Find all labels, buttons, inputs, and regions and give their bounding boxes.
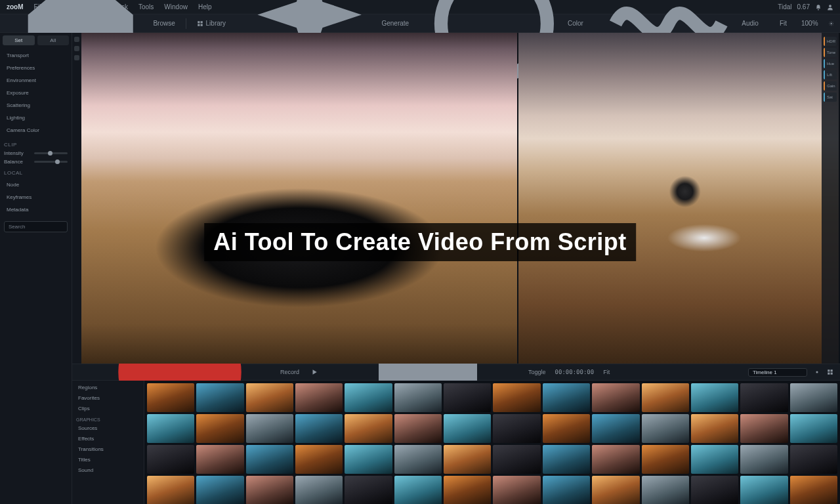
thumbnail[interactable] xyxy=(790,414,837,443)
thumbnail[interactable] xyxy=(196,445,243,474)
toolbar-library[interactable]: Library xyxy=(193,18,230,28)
sidebar-item-lighting[interactable]: Lighting xyxy=(4,113,68,123)
thumbnail[interactable] xyxy=(444,476,491,504)
thumbnail[interactable] xyxy=(246,445,293,474)
timeline-play-button[interactable] xyxy=(308,368,320,377)
timeline-grid-icon[interactable] xyxy=(827,369,833,375)
thumbnail[interactable] xyxy=(394,445,442,474)
thumbnail[interactable] xyxy=(790,476,837,504)
sidebar-item-keyframes[interactable]: Keyframes xyxy=(4,192,68,202)
tl-nav-sources[interactable]: Sources xyxy=(76,424,140,432)
thumbnail[interactable] xyxy=(147,383,194,412)
prop-hdr[interactable]: HDR xyxy=(824,37,837,46)
slider-balance[interactable]: Balance xyxy=(0,158,72,166)
thumbnail[interactable] xyxy=(147,414,194,443)
thumbnail[interactable] xyxy=(394,476,442,504)
tl-nav-sound[interactable]: Sound xyxy=(76,466,140,474)
prop-lift[interactable]: Lift xyxy=(824,70,837,79)
toolbar-zoom[interactable]: 100% xyxy=(797,18,822,28)
prop-hue[interactable]: Hue xyxy=(824,59,837,68)
thumbnail[interactable] xyxy=(444,414,491,443)
tool-mask-icon[interactable] xyxy=(74,55,79,60)
thumbnail[interactable] xyxy=(642,383,689,412)
thumbnail[interactable] xyxy=(740,383,788,412)
bell-icon[interactable] xyxy=(815,4,822,10)
thumbnail[interactable] xyxy=(196,383,243,412)
thumbnail[interactable] xyxy=(543,414,590,443)
thumbnail[interactable] xyxy=(592,476,639,504)
tl-nav-effects[interactable]: Effects xyxy=(76,434,140,443)
preview-viewport-right[interactable]: HDR Tone Hue Lift Gain Sat xyxy=(518,33,839,364)
timeline-name-input[interactable]: Timeline 1 xyxy=(748,368,807,377)
thumbnail-grid-wrap[interactable] xyxy=(144,381,840,504)
prop-tone[interactable]: Tone xyxy=(824,48,837,57)
thumbnail[interactable] xyxy=(691,414,738,443)
thumbnail[interactable] xyxy=(493,445,540,474)
tl-nav-regions[interactable]: Regions xyxy=(76,383,140,392)
thumbnail[interactable] xyxy=(444,383,491,412)
sidebar-tab-all[interactable]: All xyxy=(37,35,70,45)
sidebar-item-environment[interactable]: Environment xyxy=(4,75,68,85)
tool-crop-icon[interactable] xyxy=(74,46,79,51)
thumbnail[interactable] xyxy=(493,476,540,504)
sidebar-item-scattering[interactable]: Scattering xyxy=(4,100,68,110)
prop-sat[interactable]: Sat xyxy=(824,93,837,102)
thumbnail[interactable] xyxy=(642,445,689,474)
thumbnail[interactable] xyxy=(543,445,590,474)
menu-help[interactable]: Help xyxy=(198,3,212,10)
tl-nav-clips[interactable]: Clips xyxy=(76,404,140,413)
tl-nav-transitions[interactable]: Transitions xyxy=(76,445,140,453)
thumbnail[interactable] xyxy=(740,476,788,504)
thumbnail[interactable] xyxy=(691,476,738,504)
thumbnail[interactable] xyxy=(345,383,392,412)
thumbnail[interactable] xyxy=(740,414,788,443)
thumbnail[interactable] xyxy=(691,445,738,474)
thumbnail[interactable] xyxy=(493,383,540,412)
thumbnail[interactable] xyxy=(493,414,540,443)
thumbnail[interactable] xyxy=(592,414,639,443)
sidebar-item-preferences[interactable]: Preferences xyxy=(4,63,68,73)
thumbnail[interactable] xyxy=(147,445,194,474)
thumbnail[interactable] xyxy=(394,414,442,443)
thumbnail[interactable] xyxy=(790,383,837,412)
tool-pointer-icon[interactable] xyxy=(74,37,79,42)
sidebar-search[interactable]: Search xyxy=(4,221,68,232)
timeline-fit-button[interactable]: Fit xyxy=(600,368,612,377)
thumbnail[interactable] xyxy=(295,414,343,443)
thumbnail[interactable] xyxy=(543,476,590,504)
thumbnail[interactable] xyxy=(790,445,837,474)
gear-icon[interactable] xyxy=(829,20,833,27)
slider-intensity[interactable]: Intensity xyxy=(0,149,72,158)
sidebar-tab-set[interactable]: Set xyxy=(3,35,35,45)
prop-gain[interactable]: Gain xyxy=(824,81,837,91)
thumbnail[interactable] xyxy=(543,383,590,412)
thumbnail[interactable] xyxy=(295,383,343,412)
thumbnail[interactable] xyxy=(196,414,243,443)
thumbnail[interactable] xyxy=(246,476,293,504)
sidebar-item-transport[interactable]: Transport xyxy=(4,51,68,60)
thumbnail[interactable] xyxy=(345,414,392,443)
sidebar-item-exposure[interactable]: Exposure xyxy=(4,88,68,98)
tl-nav-favorites[interactable]: Favorites xyxy=(76,394,140,402)
thumbnail[interactable] xyxy=(246,414,293,443)
thumbnail[interactable] xyxy=(592,445,639,474)
user-icon[interactable] xyxy=(827,4,833,10)
tl-nav-titles[interactable]: Titles xyxy=(76,455,140,464)
thumbnail[interactable] xyxy=(691,383,738,412)
thumbnail[interactable] xyxy=(394,383,442,412)
timeline-settings-icon[interactable] xyxy=(814,369,820,375)
sidebar-item-metadata[interactable]: Metadata xyxy=(4,205,68,215)
thumbnail[interactable] xyxy=(444,445,491,474)
sidebar-item-camera-color[interactable]: Camera Color xyxy=(4,125,68,135)
thumbnail[interactable] xyxy=(147,476,194,504)
thumbnail[interactable] xyxy=(295,476,343,504)
thumbnail[interactable] xyxy=(345,445,392,474)
thumbnail[interactable] xyxy=(295,445,343,474)
thumbnail[interactable] xyxy=(740,445,788,474)
toolbar-fit[interactable]: Fit xyxy=(776,18,791,28)
sidebar-item-node[interactable]: Node xyxy=(4,180,68,190)
thumbnail[interactable] xyxy=(246,383,293,412)
thumbnail[interactable] xyxy=(642,414,689,443)
thumbnail[interactable] xyxy=(592,383,639,412)
preview-viewport-left[interactable] xyxy=(72,33,517,364)
